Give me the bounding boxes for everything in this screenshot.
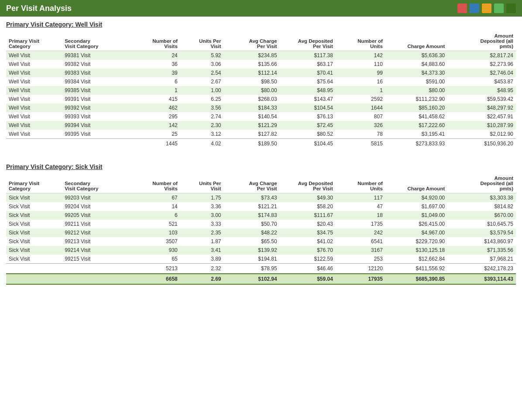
table-row: Sick Visit99213 Visit35071.87$65.50$41.0… <box>6 237 516 246</box>
subtotal-cell: 1445 <box>130 139 180 149</box>
table-cell: 1 <box>336 86 385 95</box>
table-cell: 415 <box>130 95 180 103</box>
table-cell: 1644 <box>336 103 385 112</box>
subtotal-cell: $242,178.23 <box>447 264 516 274</box>
table-cell: 295 <box>130 112 180 121</box>
table-cell: $122.59 <box>280 255 336 264</box>
table-cell: 99383 Visit <box>62 69 130 77</box>
col-header-num-units: Number ofUnits <box>336 31 385 51</box>
table-cell: 930 <box>130 246 180 255</box>
table-cell: 3.56 <box>180 103 224 112</box>
table-cell: $98.50 <box>224 77 280 86</box>
table-cell: $111,232.90 <box>385 95 447 103</box>
table-cell: $130,125.18 <box>385 246 447 255</box>
table-cell: Well Visit <box>6 112 62 121</box>
table-cell: 3.33 <box>180 220 224 228</box>
table-cell: $7,968.21 <box>447 255 516 264</box>
table-cell: 5.92 <box>180 51 224 60</box>
table-cell: 99204 Visit <box>62 202 130 211</box>
orange-icon[interactable] <box>482 3 491 13</box>
grandtotal-cell: $393,114.43 <box>447 274 516 284</box>
subtotal-row: 14454.02$189.50$104.455815$273,833.93$15… <box>6 139 516 149</box>
table-cell: $73.43 <box>224 193 280 203</box>
col-header-avg-deposited2: Avg DepositedPer Visit <box>280 174 336 193</box>
table-cell: 2.54 <box>180 69 224 77</box>
table-cell: $174.83 <box>224 211 280 220</box>
table-row: Well Visit99385 Visit11.00$80.00$48.951$… <box>6 86 516 95</box>
table-cell: $85,160.20 <box>385 103 447 112</box>
table-cell: $70.41 <box>280 69 336 77</box>
table-cell: 2592 <box>336 95 385 103</box>
table-cell: 3507 <box>130 237 180 246</box>
header-icons <box>457 3 516 13</box>
table-cell: $80.00 <box>224 86 280 95</box>
col-header-secondary-visit-cat: SecondaryVisit Category <box>62 31 130 51</box>
red-icon[interactable] <box>457 3 467 13</box>
section-title-sick: Primary Visit Category: Sick Visit <box>6 163 516 170</box>
table-cell: 3167 <box>336 246 385 255</box>
table-cell: 2.67 <box>180 77 224 86</box>
table-cell: $3,303.38 <box>447 193 516 203</box>
table-row: Sick Visit99205 Visit63.00$174.83$111.67… <box>6 211 516 220</box>
col-header-amount-deposited: AmountDeposited (allpmts) <box>447 31 516 51</box>
table-cell: 99391 Visit <box>62 95 130 103</box>
table-cell: 3.41 <box>180 246 224 255</box>
table-cell: Sick Visit <box>6 202 62 211</box>
green-icon[interactable] <box>494 3 504 13</box>
table-cell: $4,920.00 <box>385 193 447 203</box>
table-cell: $135.66 <box>224 60 280 69</box>
table-cell: Well Visit <box>6 77 62 86</box>
table-cell: $268.03 <box>224 95 280 103</box>
table-cell: 99205 Visit <box>62 211 130 220</box>
table-cell: $72.45 <box>280 121 336 130</box>
table-cell: 78 <box>336 130 385 139</box>
table-cell: Well Visit <box>6 60 62 69</box>
subtotal-cell: 5815 <box>336 139 385 149</box>
table-cell: 6 <box>130 211 180 220</box>
subtotal-cell: 2.32 <box>180 264 224 274</box>
table-cell: 2.74 <box>180 112 224 121</box>
table-cell: $22,457.91 <box>447 112 516 121</box>
table-row: Sick Visit99212 Visit1032.35$48.22$34.75… <box>6 228 516 237</box>
col-header-avg-deposited: Avg DepositedPer Visit <box>280 31 336 51</box>
table-cell: $2,746.04 <box>447 69 516 77</box>
col-header-avg-charge: Avg ChargePer Visit <box>224 31 280 51</box>
subtotal-cell: $273,833.93 <box>385 139 447 149</box>
well-visit-table: Primary VisitCategory SecondaryVisit Cat… <box>6 31 516 148</box>
table-cell: $670.00 <box>447 211 516 220</box>
header-bar: Per Visit Analysis <box>0 0 522 17</box>
col-header-avg-charge2: Avg ChargePer Visit <box>224 174 280 193</box>
page-title: Per Visit Analysis <box>6 4 72 13</box>
table-cell: 142 <box>130 121 180 130</box>
table-cell: $80.00 <box>385 86 447 95</box>
sick-visit-table: Primary VisitCategory SecondaryVisit Cat… <box>6 174 516 285</box>
table-cell: Sick Visit <box>6 228 62 237</box>
grandtotal-cell: $685,390.85 <box>385 274 447 284</box>
blue-icon[interactable] <box>470 3 479 13</box>
table-cell: 3.89 <box>180 255 224 264</box>
table-cell: $17,222.60 <box>385 121 447 130</box>
table-cell: $48.22 <box>224 228 280 237</box>
table-row: Sick Visit99215 Visit653.89$194.81$122.5… <box>6 255 516 264</box>
table-cell: $80.52 <box>280 130 336 139</box>
table-cell: $58.20 <box>280 202 336 211</box>
table-cell: $26,415.00 <box>385 220 447 228</box>
table-cell: $12,662.84 <box>385 255 447 264</box>
table-row: Well Visit99383 Visit392.54$112.14$70.41… <box>6 69 516 77</box>
col-header-num-visits: Number ofVisits <box>130 31 180 51</box>
subtotal-cell: $189.50 <box>224 139 280 149</box>
col-header-num-units2: Number ofUnits <box>336 174 385 193</box>
table-row: Well Visit99382 Visit363.06$135.66$63.17… <box>6 60 516 69</box>
table-cell: $2,817.24 <box>447 51 516 60</box>
table-cell: Well Visit <box>6 95 62 103</box>
table-cell: $184.33 <box>224 103 280 112</box>
table-cell: 3.06 <box>180 60 224 69</box>
darkgreen-icon[interactable] <box>506 3 516 13</box>
table-cell: $20.43 <box>280 220 336 228</box>
table-cell: $50.70 <box>224 220 280 228</box>
section-sick-visit: Primary Visit Category: Sick Visit Prima… <box>0 159 522 287</box>
table-cell: $49.30 <box>280 193 336 203</box>
col-header-charge-amount2: Charge Amount <box>385 174 447 193</box>
table-cell: 99384 Visit <box>62 77 130 86</box>
table-cell: 1735 <box>336 220 385 228</box>
